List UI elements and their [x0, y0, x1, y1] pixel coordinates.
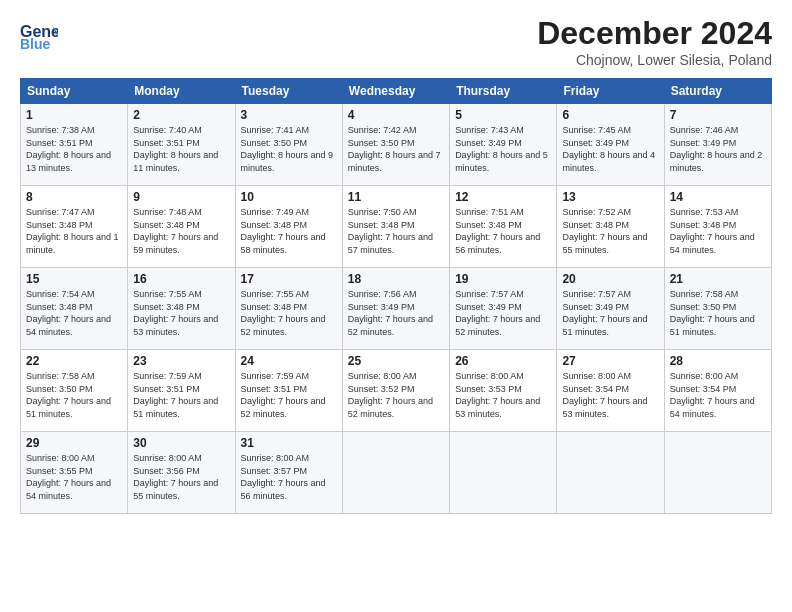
day-cell: 10Sunrise: 7:49 AMSunset: 3:48 PMDayligh… — [235, 186, 342, 268]
day-number: 20 — [562, 272, 658, 286]
day-info: Sunrise: 7:48 AMSunset: 3:48 PMDaylight:… — [133, 206, 229, 256]
day-number: 18 — [348, 272, 444, 286]
col-header-wednesday: Wednesday — [342, 79, 449, 104]
day-cell — [664, 432, 771, 514]
day-info: Sunrise: 7:59 AMSunset: 3:51 PMDaylight:… — [133, 370, 229, 420]
day-info: Sunrise: 7:43 AMSunset: 3:49 PMDaylight:… — [455, 124, 551, 174]
day-cell: 30Sunrise: 8:00 AMSunset: 3:56 PMDayligh… — [128, 432, 235, 514]
day-cell: 16Sunrise: 7:55 AMSunset: 3:48 PMDayligh… — [128, 268, 235, 350]
day-number: 23 — [133, 354, 229, 368]
day-cell: 5Sunrise: 7:43 AMSunset: 3:49 PMDaylight… — [450, 104, 557, 186]
day-number: 25 — [348, 354, 444, 368]
day-number: 4 — [348, 108, 444, 122]
logo: General Blue — [20, 15, 62, 53]
day-info: Sunrise: 8:00 AMSunset: 3:52 PMDaylight:… — [348, 370, 444, 420]
day-number: 11 — [348, 190, 444, 204]
day-info: Sunrise: 7:45 AMSunset: 3:49 PMDaylight:… — [562, 124, 658, 174]
day-info: Sunrise: 7:59 AMSunset: 3:51 PMDaylight:… — [241, 370, 337, 420]
day-cell: 25Sunrise: 8:00 AMSunset: 3:52 PMDayligh… — [342, 350, 449, 432]
day-info: Sunrise: 7:49 AMSunset: 3:48 PMDaylight:… — [241, 206, 337, 256]
day-cell: 7Sunrise: 7:46 AMSunset: 3:49 PMDaylight… — [664, 104, 771, 186]
day-number: 13 — [562, 190, 658, 204]
subtitle: Chojnow, Lower Silesia, Poland — [537, 52, 772, 68]
calendar-header-row: SundayMondayTuesdayWednesdayThursdayFrid… — [21, 79, 772, 104]
title-block: December 2024 Chojnow, Lower Silesia, Po… — [537, 15, 772, 68]
day-cell: 14Sunrise: 7:53 AMSunset: 3:48 PMDayligh… — [664, 186, 771, 268]
day-number: 16 — [133, 272, 229, 286]
day-cell: 20Sunrise: 7:57 AMSunset: 3:49 PMDayligh… — [557, 268, 664, 350]
day-info: Sunrise: 7:57 AMSunset: 3:49 PMDaylight:… — [562, 288, 658, 338]
day-number: 2 — [133, 108, 229, 122]
day-number: 27 — [562, 354, 658, 368]
day-cell: 24Sunrise: 7:59 AMSunset: 3:51 PMDayligh… — [235, 350, 342, 432]
day-info: Sunrise: 7:52 AMSunset: 3:48 PMDaylight:… — [562, 206, 658, 256]
day-info: Sunrise: 7:58 AMSunset: 3:50 PMDaylight:… — [670, 288, 766, 338]
day-cell — [342, 432, 449, 514]
col-header-friday: Friday — [557, 79, 664, 104]
col-header-saturday: Saturday — [664, 79, 771, 104]
day-cell: 26Sunrise: 8:00 AMSunset: 3:53 PMDayligh… — [450, 350, 557, 432]
day-info: Sunrise: 7:57 AMSunset: 3:49 PMDaylight:… — [455, 288, 551, 338]
col-header-tuesday: Tuesday — [235, 79, 342, 104]
day-cell: 31Sunrise: 8:00 AMSunset: 3:57 PMDayligh… — [235, 432, 342, 514]
day-info: Sunrise: 8:00 AMSunset: 3:57 PMDaylight:… — [241, 452, 337, 502]
week-row-1: 1Sunrise: 7:38 AMSunset: 3:51 PMDaylight… — [21, 104, 772, 186]
week-row-5: 29Sunrise: 8:00 AMSunset: 3:55 PMDayligh… — [21, 432, 772, 514]
day-info: Sunrise: 7:41 AMSunset: 3:50 PMDaylight:… — [241, 124, 337, 174]
day-cell: 29Sunrise: 8:00 AMSunset: 3:55 PMDayligh… — [21, 432, 128, 514]
day-cell: 21Sunrise: 7:58 AMSunset: 3:50 PMDayligh… — [664, 268, 771, 350]
day-number: 5 — [455, 108, 551, 122]
week-row-2: 8Sunrise: 7:47 AMSunset: 3:48 PMDaylight… — [21, 186, 772, 268]
svg-text:Blue: Blue — [20, 36, 51, 52]
day-info: Sunrise: 7:58 AMSunset: 3:50 PMDaylight:… — [26, 370, 122, 420]
day-cell — [557, 432, 664, 514]
day-info: Sunrise: 8:00 AMSunset: 3:53 PMDaylight:… — [455, 370, 551, 420]
day-info: Sunrise: 8:00 AMSunset: 3:54 PMDaylight:… — [562, 370, 658, 420]
day-cell: 19Sunrise: 7:57 AMSunset: 3:49 PMDayligh… — [450, 268, 557, 350]
day-info: Sunrise: 7:47 AMSunset: 3:48 PMDaylight:… — [26, 206, 122, 256]
day-number: 6 — [562, 108, 658, 122]
day-cell: 6Sunrise: 7:45 AMSunset: 3:49 PMDaylight… — [557, 104, 664, 186]
day-cell: 4Sunrise: 7:42 AMSunset: 3:50 PMDaylight… — [342, 104, 449, 186]
day-info: Sunrise: 7:38 AMSunset: 3:51 PMDaylight:… — [26, 124, 122, 174]
day-cell: 3Sunrise: 7:41 AMSunset: 3:50 PMDaylight… — [235, 104, 342, 186]
day-cell: 17Sunrise: 7:55 AMSunset: 3:48 PMDayligh… — [235, 268, 342, 350]
calendar-table: SundayMondayTuesdayWednesdayThursdayFrid… — [20, 78, 772, 514]
day-number: 7 — [670, 108, 766, 122]
day-cell: 23Sunrise: 7:59 AMSunset: 3:51 PMDayligh… — [128, 350, 235, 432]
week-row-4: 22Sunrise: 7:58 AMSunset: 3:50 PMDayligh… — [21, 350, 772, 432]
day-number: 28 — [670, 354, 766, 368]
day-number: 31 — [241, 436, 337, 450]
day-number: 17 — [241, 272, 337, 286]
day-info: Sunrise: 7:51 AMSunset: 3:48 PMDaylight:… — [455, 206, 551, 256]
day-cell: 11Sunrise: 7:50 AMSunset: 3:48 PMDayligh… — [342, 186, 449, 268]
day-cell: 13Sunrise: 7:52 AMSunset: 3:48 PMDayligh… — [557, 186, 664, 268]
day-number: 22 — [26, 354, 122, 368]
day-info: Sunrise: 8:00 AMSunset: 3:55 PMDaylight:… — [26, 452, 122, 502]
col-header-sunday: Sunday — [21, 79, 128, 104]
day-number: 26 — [455, 354, 551, 368]
week-row-3: 15Sunrise: 7:54 AMSunset: 3:48 PMDayligh… — [21, 268, 772, 350]
day-cell: 12Sunrise: 7:51 AMSunset: 3:48 PMDayligh… — [450, 186, 557, 268]
day-cell: 28Sunrise: 8:00 AMSunset: 3:54 PMDayligh… — [664, 350, 771, 432]
day-cell: 15Sunrise: 7:54 AMSunset: 3:48 PMDayligh… — [21, 268, 128, 350]
day-number: 14 — [670, 190, 766, 204]
day-info: Sunrise: 7:56 AMSunset: 3:49 PMDaylight:… — [348, 288, 444, 338]
day-number: 10 — [241, 190, 337, 204]
day-number: 30 — [133, 436, 229, 450]
day-number: 9 — [133, 190, 229, 204]
day-info: Sunrise: 7:42 AMSunset: 3:50 PMDaylight:… — [348, 124, 444, 174]
day-number: 12 — [455, 190, 551, 204]
day-cell: 22Sunrise: 7:58 AMSunset: 3:50 PMDayligh… — [21, 350, 128, 432]
logo-icon: General Blue — [20, 15, 58, 53]
col-header-thursday: Thursday — [450, 79, 557, 104]
day-cell: 1Sunrise: 7:38 AMSunset: 3:51 PMDaylight… — [21, 104, 128, 186]
day-cell: 8Sunrise: 7:47 AMSunset: 3:48 PMDaylight… — [21, 186, 128, 268]
day-info: Sunrise: 7:46 AMSunset: 3:49 PMDaylight:… — [670, 124, 766, 174]
day-number: 21 — [670, 272, 766, 286]
day-info: Sunrise: 7:40 AMSunset: 3:51 PMDaylight:… — [133, 124, 229, 174]
day-number: 3 — [241, 108, 337, 122]
day-number: 1 — [26, 108, 122, 122]
day-number: 8 — [26, 190, 122, 204]
day-info: Sunrise: 7:50 AMSunset: 3:48 PMDaylight:… — [348, 206, 444, 256]
